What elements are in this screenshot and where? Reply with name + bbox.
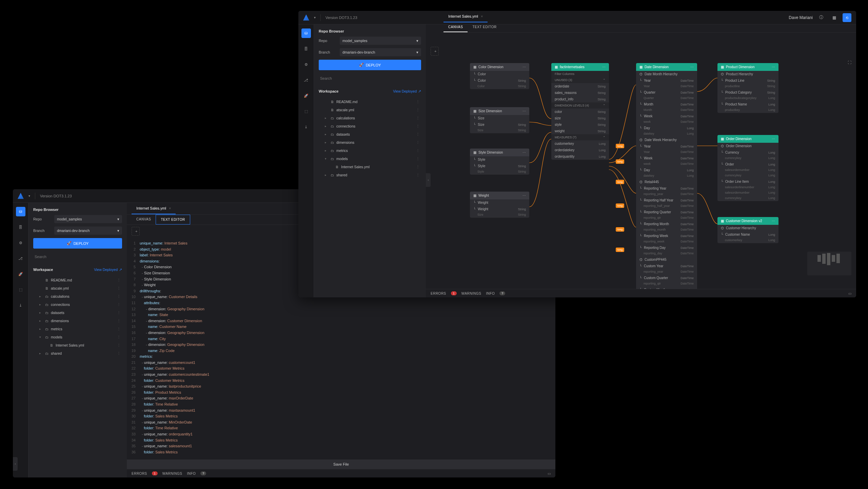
warnings-label[interactable]: WARNINGS [162, 472, 182, 475]
repo-select[interactable]: model_samples▾ [340, 37, 421, 45]
database-icon[interactable]: 🗄 [16, 222, 25, 232]
text-editor-tab[interactable]: TEXT EDITOR [156, 215, 190, 224]
more-icon[interactable]: ⋮ [117, 335, 121, 339]
more-icon[interactable]: ⋮ [117, 302, 121, 307]
more-icon[interactable]: ⋮ [416, 149, 420, 153]
more-icon[interactable]: ⋮ [416, 132, 420, 136]
tree-item[interactable]: ▸🗀shared⋮ [33, 350, 122, 357]
tree-item[interactable]: ▸🗀connections⋮ [33, 301, 122, 308]
tree-item[interactable]: ▸🗀metrics⋮ [33, 325, 122, 333]
tree-item[interactable]: ▸🗀dimensions⋮ [319, 139, 421, 146]
canvas-node[interactable]: ▦factinternetsales⋯Filter ColumnsUNUSED … [551, 63, 609, 160]
more-icon[interactable]: ⋮ [416, 124, 420, 128]
panel-toggle-icon[interactable]: ▭ [548, 472, 551, 475]
tree-item[interactable]: 🗎README.md⋮ [33, 276, 122, 284]
errors-label[interactable]: ERRORS [431, 292, 446, 295]
tree-item[interactable]: 🗎Internet Sales.yml⋮ [319, 163, 421, 171]
tree-item[interactable]: 🗎atscale.yml⋮ [319, 106, 421, 114]
workspace-label: Workspace [33, 268, 53, 272]
more-icon[interactable]: ⋮ [117, 286, 121, 290]
chevron-down-icon[interactable]: ▾ [28, 194, 30, 198]
info-label[interactable]: INFO [187, 472, 196, 475]
view-deployed-link[interactable]: View Deployed ↗ [393, 89, 421, 93]
tree-item[interactable]: ▸🗀datasets⋮ [319, 131, 421, 138]
deploy-button[interactable]: 🚀DEPLOY [319, 60, 421, 70]
tree-item[interactable]: ▸🗀metrics⋮ [319, 147, 421, 154]
canvas-node[interactable]: ▦Date Dimension⋯⌬Date Month Hierarchy└Ye… [636, 63, 697, 289]
more-icon[interactable]: ⋮ [416, 165, 420, 169]
canvas-node[interactable]: ▦Order Dimension⋯⌬Order Dimension└Curren… [717, 135, 778, 201]
more-icon[interactable]: ⋮ [117, 278, 121, 282]
minimap[interactable] [807, 252, 851, 275]
close-icon[interactable]: × [169, 206, 171, 210]
canvas-node[interactable]: ▦Color Dimension⋯└Color└ColorStringColor… [470, 63, 529, 89]
branch-icon[interactable]: ⎇ [301, 75, 311, 85]
tree-item[interactable]: ▸🗀connections⋮ [319, 122, 421, 130]
expand-icon[interactable]: ⛶ [848, 60, 851, 64]
view-deployed-link[interactable]: View Deployed ↗ [94, 268, 122, 272]
save-file-button[interactable]: Save File [127, 459, 555, 469]
more-icon[interactable]: ⋮ [117, 351, 121, 355]
info-label[interactable]: INFO [486, 292, 495, 295]
canvas-node[interactable]: ▦Size Dimension⋯└Size└SizeStringSizeStri… [470, 107, 529, 133]
more-icon[interactable]: ⋮ [416, 108, 420, 112]
branch-select[interactable]: dmariani-dev-branch▾ [54, 227, 122, 235]
chevron-down-icon[interactable]: ▾ [314, 16, 316, 19]
download-icon[interactable]: ⤓ [301, 122, 311, 132]
tree-item[interactable]: 🗎README.md⋮ [319, 98, 421, 105]
more-icon[interactable]: ⋮ [416, 116, 420, 120]
add-button[interactable]: + [431, 47, 439, 56]
file-tab[interactable]: Internet Sales.yml× [132, 203, 176, 214]
rocket-icon[interactable]: 🚀 [301, 91, 311, 100]
canvas-tab[interactable]: CANVAS [132, 215, 156, 224]
branch-icon[interactable]: ⎇ [16, 254, 25, 263]
branch-select[interactable]: dmariani-dev-branch▾ [340, 48, 421, 56]
canvas-node[interactable]: ▦Style Dimension⋯└Style└StyleStringStyle… [470, 149, 529, 175]
collapse-sidebar-button[interactable]: › [426, 173, 431, 187]
more-icon[interactable]: ⋮ [416, 140, 420, 144]
model-canvas[interactable]: › ⛶ ▦Color Dimension⋯└Color└ColorStringC… [426, 58, 856, 289]
more-icon[interactable]: ⋮ [117, 311, 121, 315]
tree-item[interactable]: ▸🗀shared⋮ [319, 171, 421, 179]
add-button[interactable]: + [132, 227, 140, 236]
canvas-node[interactable]: ▦Product Dimension⋯⌬Product Hierarchy└Pr… [717, 63, 778, 113]
search-input[interactable] [33, 252, 122, 261]
more-icon[interactable]: ⋮ [117, 343, 121, 347]
close-icon[interactable]: × [481, 14, 483, 18]
more-icon[interactable]: ⋮ [416, 100, 420, 104]
file-tab[interactable]: Internet Sales.yml× [443, 11, 488, 22]
cube-icon[interactable]: ⬚ [16, 285, 25, 294]
database-icon[interactable]: 🗄 [301, 44, 311, 54]
more-icon[interactable]: ⋮ [117, 327, 121, 331]
canvas-tab[interactable]: CANVAS [443, 22, 468, 32]
errors-label[interactable]: ERRORS [132, 472, 147, 475]
settings-icon[interactable]: ⚙ [301, 60, 311, 69]
tree-item[interactable]: 🗎atscale.yml⋮ [33, 285, 122, 292]
tree-item[interactable]: ▸🗀calculations⋮ [33, 293, 122, 300]
repo-browser-icon[interactable]: ⛁ [301, 28, 311, 38]
tree-item[interactable]: 🗎Internet Sales.yml⋮ [33, 341, 122, 349]
tree-item[interactable]: ▾🗀models⋮ [33, 333, 122, 341]
repo-browser-icon[interactable]: ⛁ [16, 207, 25, 216]
tree-item[interactable]: ▸🗀calculations⋮ [319, 114, 421, 122]
more-icon[interactable]: ⋮ [416, 157, 420, 161]
tree-item[interactable]: ▸🗀datasets⋮ [33, 309, 122, 316]
search-input[interactable] [319, 74, 421, 83]
settings-icon[interactable]: ⚙ [16, 238, 25, 248]
repo-select[interactable]: model_samples▾ [54, 215, 122, 223]
warnings-label[interactable]: WARNINGS [461, 292, 481, 295]
deploy-button[interactable]: 🚀DEPLOY [33, 238, 122, 249]
canvas-node[interactable]: ▦Customer Dimension v2⋯⌬Customer Hierarc… [717, 217, 778, 243]
tree-item[interactable]: ▾🗀models⋮ [319, 155, 421, 162]
tree-item[interactable]: ▸🗀dimensions⋮ [33, 317, 122, 325]
more-icon[interactable]: ⋮ [117, 294, 121, 298]
collapse-button[interactable]: › [13, 457, 18, 471]
cube-icon[interactable]: ⬚ [301, 106, 311, 116]
more-icon[interactable]: ⋮ [416, 173, 420, 177]
canvas-node[interactable]: ▦Weight⋯└Weight└WeightStringSizeString [470, 192, 529, 218]
more-icon[interactable]: ⋮ [117, 319, 121, 323]
text-editor-tab[interactable]: TEXT EDITOR [468, 22, 501, 32]
rocket-icon[interactable]: 🚀 [16, 269, 25, 279]
download-icon[interactable]: ⤓ [16, 300, 25, 310]
panel-toggle-icon[interactable]: ▭ [848, 292, 851, 295]
